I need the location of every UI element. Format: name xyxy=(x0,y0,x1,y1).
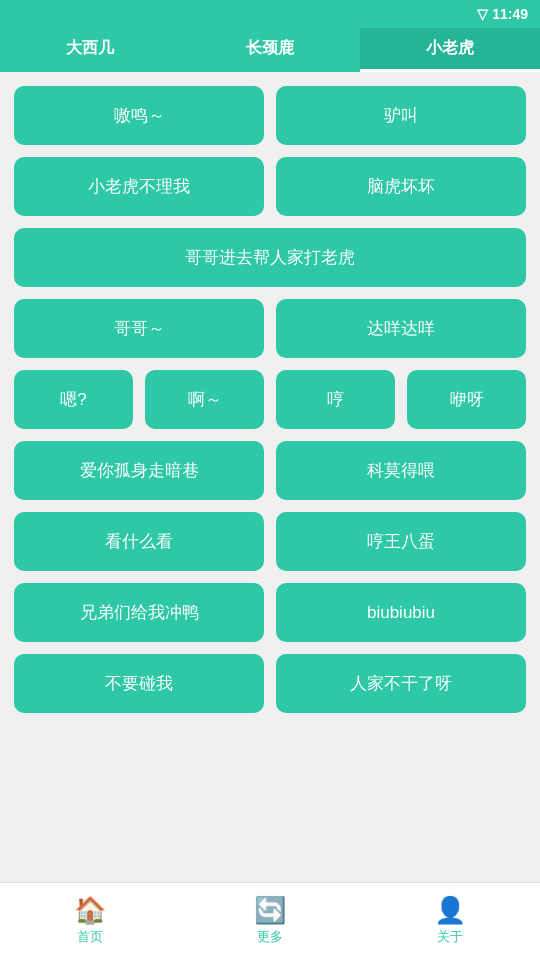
nav-more-label: 更多 xyxy=(257,928,283,946)
tab-giraffe[interactable]: 长颈鹿 xyxy=(180,28,360,72)
more-icon: 🔄 xyxy=(254,895,286,926)
sound-btn-kansheme[interactable]: 看什么看 xyxy=(14,512,264,571)
sound-btn-buyaopeng[interactable]: 不要碰我 xyxy=(14,654,264,713)
button-row-3: 哥哥进去帮人家打老虎 xyxy=(14,228,526,287)
nav-home-label: 首页 xyxy=(77,928,103,946)
sound-btn-maoming[interactable]: 嗷鸣～ xyxy=(14,86,264,145)
status-time: 11:49 xyxy=(492,6,528,22)
nav-home[interactable]: 🏠 首页 xyxy=(0,891,180,950)
sound-btn-lvjiao[interactable]: 驴叫 xyxy=(276,86,526,145)
sound-btn-gege[interactable]: 哥哥～ xyxy=(14,299,264,358)
main-content: 嗷鸣～ 驴叫 小老虎不理我 脑虎坏坏 哥哥进去帮人家打老虎 哥哥～ 达咩达咩 嗯… xyxy=(0,72,540,882)
button-row-4: 哥哥～ 达咩达咩 xyxy=(14,299,526,358)
bottom-nav: 🏠 首页 🔄 更多 👤 关于 xyxy=(0,882,540,960)
top-tabs-container: 大西几 长颈鹿 小老虎 xyxy=(0,28,540,72)
sound-btn-aiyou[interactable]: 爱你孤身走暗巷 xyxy=(14,441,264,500)
sound-btn-kemodejw[interactable]: 科莫得喂 xyxy=(276,441,526,500)
wifi-icon: ▽ xyxy=(477,6,488,22)
sound-btn-xiongdi[interactable]: 兄弟们给我冲鸭 xyxy=(14,583,264,642)
sound-btn-yiya[interactable]: 咿呀 xyxy=(407,370,526,429)
home-icon: 🏠 xyxy=(74,895,106,926)
button-row-9: 不要碰我 人家不干了呀 xyxy=(14,654,526,713)
sound-btn-buganliao[interactable]: 人家不干了呀 xyxy=(276,654,526,713)
sound-btn-a[interactable]: 啊～ xyxy=(145,370,264,429)
button-row-7: 看什么看 哼王八蛋 xyxy=(14,512,526,571)
sound-btn-en[interactable]: 嗯? xyxy=(14,370,133,429)
nav-about[interactable]: 👤 关于 xyxy=(360,891,540,950)
nav-more[interactable]: 🔄 更多 xyxy=(180,891,360,950)
tab-tiger[interactable]: 小老虎 xyxy=(360,28,540,72)
button-row-1: 嗷鸣～ 驴叫 xyxy=(14,86,526,145)
button-row-5: 嗯? 啊～ 哼 咿呀 xyxy=(14,370,526,429)
status-bar: ▽ 11:49 xyxy=(0,0,540,28)
sound-btn-buliwo[interactable]: 小老虎不理我 xyxy=(14,157,264,216)
about-icon: 👤 xyxy=(434,895,466,926)
nav-about-label: 关于 xyxy=(437,928,463,946)
sound-btn-hengwang[interactable]: 哼王八蛋 xyxy=(276,512,526,571)
sound-btn-heng[interactable]: 哼 xyxy=(276,370,395,429)
tab-elephant[interactable]: 大西几 xyxy=(0,28,180,72)
button-row-2: 小老虎不理我 脑虎坏坏 xyxy=(14,157,526,216)
sound-btn-gege-fight[interactable]: 哥哥进去帮人家打老虎 xyxy=(14,228,526,287)
button-row-6: 爱你孤身走暗巷 科莫得喂 xyxy=(14,441,526,500)
sound-btn-naohubad[interactable]: 脑虎坏坏 xyxy=(276,157,526,216)
sound-btn-damie[interactable]: 达咩达咩 xyxy=(276,299,526,358)
button-row-8: 兄弟们给我冲鸭 biubiubiu xyxy=(14,583,526,642)
sound-btn-biu[interactable]: biubiubiu xyxy=(276,583,526,642)
